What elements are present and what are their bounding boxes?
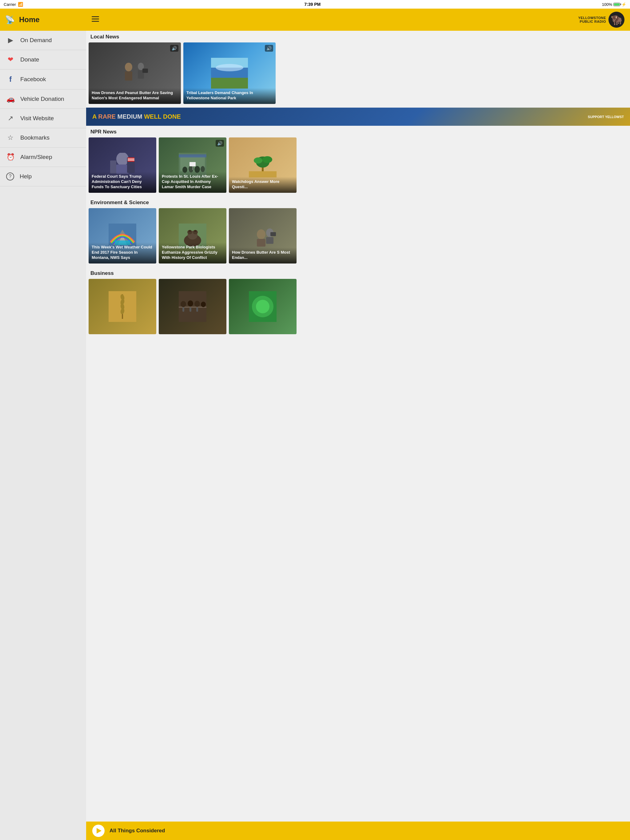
sidebar-alarm-label: Alarm/Sleep	[20, 154, 52, 161]
svg-point-43	[194, 230, 196, 232]
bottom-player: All Things Considered	[86, 821, 630, 840]
section-business: Business	[86, 267, 630, 279]
svg-rect-16	[128, 158, 135, 162]
business-cards	[86, 279, 630, 338]
hamburger-menu-button[interactable]	[92, 16, 99, 24]
svg-rect-48	[271, 232, 276, 236]
sidebar-home-label: Home	[19, 15, 40, 24]
card-title-grizzly: Yellowstone Park Biologists Euthanize Ag…	[162, 245, 223, 261]
alarm-icon: ⏰	[6, 153, 15, 161]
time-display: 7:39 PM	[304, 2, 321, 7]
main-content: Yellowstone Public Radio 🦬 Local News	[86, 9, 630, 840]
sidebar-item-help[interactable]: ? Help	[0, 167, 86, 186]
svg-point-11	[216, 64, 243, 71]
wifi-icon: 📶	[18, 2, 23, 7]
svg-point-60	[201, 302, 206, 307]
section-local-news: Local News	[86, 31, 630, 43]
card-business2[interactable]	[159, 279, 226, 334]
svg-rect-32	[249, 171, 277, 177]
svg-point-24	[201, 166, 205, 172]
external-link-icon: ↗	[6, 114, 15, 122]
card-green[interactable]	[229, 279, 296, 334]
star-icon: ☆	[6, 134, 15, 142]
svg-rect-27	[179, 154, 206, 158]
promo-medium: MEDIUM	[117, 113, 144, 120]
svg-point-30	[254, 158, 263, 164]
svg-point-44	[257, 229, 266, 239]
logo-line2: Public Radio	[578, 20, 606, 24]
card-overlay-watchdogs: Watchdogs Answer More Questi...	[229, 177, 296, 193]
audio-indicator-tribal: 🔊	[265, 45, 273, 52]
radio-tower-icon: 📡	[5, 15, 15, 25]
sidebar-facebook-label: Facebook	[20, 76, 46, 83]
status-right: 100% ⚡	[602, 2, 626, 7]
status-bar: Carrier 📶 7:39 PM 100% ⚡	[0, 0, 630, 9]
svg-rect-63	[196, 307, 198, 312]
svg-rect-25	[190, 162, 196, 166]
sidebar-item-vehicle-donation[interactable]: 🚗 Vehicle Donation	[0, 90, 86, 109]
card-image-green	[229, 279, 296, 334]
app-container: 📡 Home ▶ On Demand ❤ Donate f Facebook 🚗…	[0, 9, 630, 840]
sidebar-vehicle-label: Vehicle Donation	[20, 96, 64, 103]
npr-news-cards: Federal Court Says Trump Administration …	[86, 137, 630, 196]
car-icon: 🚗	[6, 95, 15, 103]
card-title-drones-env: How Drones Butter Are S Most Endan...	[232, 250, 293, 261]
battery-icon	[613, 3, 620, 6]
promo-done: DONE	[163, 113, 181, 120]
top-bar: Yellowstone Public Radio 🦬	[86, 9, 630, 31]
facebook-icon: f	[6, 75, 15, 84]
battery-percent: 100%	[602, 2, 612, 7]
sidebar-item-donate[interactable]: ❤ Donate	[0, 50, 86, 69]
heart-icon: ❤	[6, 56, 15, 64]
charging-icon: ⚡	[621, 2, 626, 7]
card-overlay-weather: This Week's Wet Weather Could End 2017 F…	[89, 242, 156, 264]
sidebar-item-on-demand[interactable]: ▶ On Demand	[0, 31, 86, 50]
card-overlay-tribal: Tribal Leaders Demand Changes In Yellows…	[184, 88, 275, 104]
play-triangle-icon	[97, 828, 101, 834]
card-title-watchdogs: Watchdogs Answer More Questi...	[232, 179, 293, 190]
svg-rect-26	[192, 166, 193, 170]
sidebar-item-facebook[interactable]: f Facebook	[0, 69, 86, 90]
environment-cards: This Week's Wet Weather Could End 2017 F…	[86, 208, 630, 267]
card-grizzly[interactable]: Yellowstone Park Biologists Euthanize Ag…	[159, 208, 226, 264]
svg-rect-62	[190, 307, 192, 312]
svg-rect-61	[182, 307, 184, 312]
card-protests[interactable]: 🔊 Protests In St. Louis After Ex-Cop Acq…	[159, 137, 226, 193]
card-tribal-leaders[interactable]: 🔊 Tribal Leaders Demand Changes In Yello…	[184, 43, 275, 104]
audio-indicator-protests: 🔊	[216, 140, 224, 147]
promo-well: WELL	[144, 113, 163, 120]
card-overlay-drones-env: How Drones Butter Are S Most Endan...	[229, 248, 296, 264]
card-overlay-grizzly: Yellowstone Park Biologists Euthanize Ag…	[159, 242, 226, 264]
promo-text: A RARE MEDIUM WELL DONE	[92, 113, 181, 120]
promo-banner[interactable]: A RARE MEDIUM WELL DONE SUPPORT YELLOWST	[86, 107, 630, 126]
card-title-protests: Protests In St. Louis After Ex-Cop Acqui…	[162, 174, 223, 190]
sidebar-item-visit-website[interactable]: ↗ Visit Website	[0, 109, 86, 128]
card-watchdogs[interactable]: Watchdogs Answer More Questi...	[229, 137, 296, 193]
svg-point-12	[116, 153, 128, 166]
news-scroll-area[interactable]: Local News 🔊	[86, 31, 630, 821]
sidebar-bookmarks-label: Bookmarks	[20, 134, 49, 141]
card-federal-court[interactable]: Federal Court Says Trump Administration …	[89, 137, 156, 193]
card-image-wheat	[89, 279, 156, 334]
help-icon: ?	[6, 172, 14, 180]
sidebar-item-alarm-sleep[interactable]: ⏰ Alarm/Sleep	[0, 148, 86, 167]
card-drones-env[interactable]: How Drones Butter Are S Most Endan...	[229, 208, 296, 264]
card-drones-peanut[interactable]: 🔊 How Drones And Peanut Butter Are Savin…	[89, 43, 181, 104]
card-title-federal: Federal Court Says Trump Administration …	[92, 174, 153, 190]
svg-point-59	[195, 301, 200, 307]
sidebar-item-bookmarks[interactable]: ☆ Bookmarks	[0, 128, 86, 148]
promo-rare: RARE	[98, 113, 117, 120]
section-npr-news: NPR News	[86, 126, 630, 137]
svg-rect-45	[257, 239, 266, 246]
svg-rect-18	[128, 160, 135, 161]
card-wheat[interactable]	[89, 279, 156, 334]
play-button[interactable]	[92, 825, 104, 837]
svg-rect-1	[92, 19, 99, 20]
battery-fill	[614, 3, 619, 6]
svg-rect-8	[211, 76, 248, 88]
card-wet-weather[interactable]: This Week's Wet Weather Could End 2017 F…	[89, 208, 156, 264]
card-overlay: How Drones And Peanut Butter Are Saving …	[89, 88, 181, 104]
card-image-business2	[159, 279, 226, 334]
svg-point-58	[188, 300, 193, 306]
station-logo: 🦬	[608, 12, 624, 28]
